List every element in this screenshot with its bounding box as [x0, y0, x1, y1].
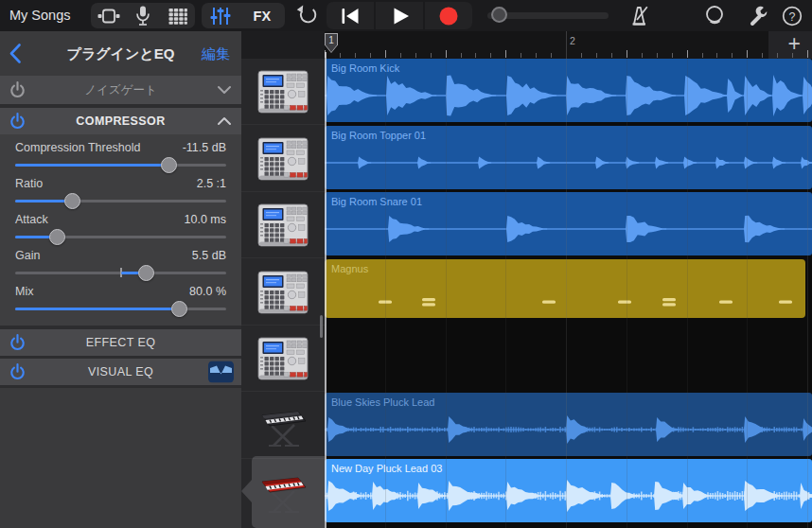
param-label: Compression Threshold [15, 141, 140, 154]
timeline-ruler[interactable]: 2 + [325, 31, 812, 59]
top-toolbar: My Songs [0, 0, 812, 31]
track-list-scrollbar[interactable] [320, 315, 323, 338]
master-volume-slider[interactable] [487, 12, 609, 19]
param-value: -11.5 dB [183, 141, 226, 154]
row-separator [241, 124, 325, 125]
region-new-day-pluck-lead-03[interactable]: New Day Pluck Lead 03 [325, 459, 812, 522]
record-button[interactable] [425, 2, 472, 29]
slider-knob[interactable] [49, 229, 65, 245]
power-icon [9, 81, 26, 99]
plugin-power-button[interactable] [9, 81, 26, 99]
fx-label: FX [253, 9, 271, 24]
track-header-2[interactable] [241, 126, 325, 192]
ruler-tick [340, 53, 341, 58]
plugin-power-button[interactable] [9, 113, 26, 131]
undo-button[interactable] [293, 3, 320, 28]
track-controls-button[interactable] [202, 3, 239, 28]
plugin-row-visual-eq[interactable]: VISUAL EQ [0, 359, 241, 385]
track-header-1[interactable] [241, 59, 325, 125]
track-header-5[interactable] [241, 326, 325, 392]
track-header-3[interactable] [241, 192, 325, 258]
region-blue-skies-pluck-lead[interactable]: Blue Skies Pluck Lead [325, 393, 812, 456]
skip-to-start-button[interactable] [327, 2, 374, 29]
param-slider[interactable] [15, 192, 226, 210]
power-icon [9, 334, 26, 352]
ruler-tick [611, 53, 612, 58]
ruler-tick [370, 53, 371, 58]
loop-browser-button[interactable] [700, 3, 729, 28]
metronome-button[interactable] [625, 3, 653, 28]
track-header-7[interactable] [241, 459, 325, 525]
plugin-expand-button[interactable] [218, 86, 231, 95]
track-header-4[interactable] [241, 259, 325, 326]
row-separator [241, 325, 325, 326]
playhead-line[interactable] [325, 52, 327, 528]
ruler-tick [762, 53, 763, 58]
param-slider[interactable] [15, 264, 226, 282]
grid-shade-line [505, 59, 506, 528]
region-big-room-snare-01[interactable]: Big Room Snare 01 [325, 192, 812, 255]
plugin-expand-button[interactable] [218, 117, 231, 126]
ruler-tick [807, 50, 808, 58]
grid-shade-line [627, 59, 627, 528]
slider-knob[interactable] [64, 193, 80, 209]
param-slider[interactable] [15, 300, 226, 318]
play-icon [387, 4, 412, 28]
param-slider[interactable] [15, 156, 226, 174]
ruler-tick [732, 53, 733, 58]
slider-knob[interactable] [161, 157, 177, 173]
tracks-view-icon [97, 4, 121, 28]
row-separator [241, 257, 325, 258]
param-value: 80.0 % [189, 285, 226, 298]
fx-button[interactable]: FX [239, 3, 285, 28]
volume-slider-knob[interactable] [491, 7, 507, 23]
settings-button[interactable] [744, 3, 772, 28]
ruler-tick [461, 53, 462, 58]
param-value: 10.0 ms [185, 213, 226, 226]
eq-curve-icon [208, 361, 234, 383]
slider-fill [15, 308, 180, 310]
record-audio-button[interactable] [126, 3, 160, 28]
slider-knob[interactable] [138, 265, 154, 281]
param-attack: Attack 10.0 ms [15, 210, 226, 246]
svg-text:?: ? [789, 9, 796, 23]
plugin-power-button[interactable] [9, 363, 26, 381]
edit-button[interactable]: 編集 [202, 31, 230, 76]
region-name: Magnus [331, 263, 368, 274]
drum-machine-icon [256, 334, 310, 383]
row-separator [241, 391, 325, 392]
plugin-row-compressor[interactable]: COMPRESSOR [0, 108, 241, 134]
ruler-tick [687, 50, 688, 58]
play-button[interactable] [376, 2, 423, 29]
drum-machine-icon [256, 201, 310, 250]
tracks-view-button[interactable] [91, 3, 126, 28]
region-name: New Day Pluck Lead 03 [331, 463, 442, 474]
grid-shade-line [446, 59, 447, 528]
live-loops-button[interactable] [160, 3, 195, 28]
visual-eq-button[interactable] [208, 361, 234, 383]
track-area: 2 + 1 Big Room KickBig Room Topper 01Big… [325, 31, 812, 528]
ruler-tick [385, 50, 386, 58]
help-button[interactable]: ? [778, 3, 806, 28]
track-lane-6: Blue Skies Pluck Lead [325, 393, 812, 456]
param-label: Attack [15, 213, 48, 226]
track-header-6[interactable] [241, 393, 325, 459]
bar-2-label: 2 [570, 35, 575, 46]
region-magnus[interactable]: Magnus [325, 259, 805, 318]
region-big-room-topper-01[interactable]: Big Room Topper 01 [325, 126, 812, 189]
param-slider[interactable] [15, 228, 226, 246]
undo-icon [295, 4, 319, 27]
param-value: 5.5 dB [192, 249, 226, 262]
add-button[interactable]: + [788, 31, 801, 59]
controls-button-group: FX [202, 3, 285, 28]
plugin-row-noise-gate[interactable]: ノイズゲート [0, 76, 241, 104]
ruler-tick [400, 53, 401, 58]
plugin-power-button[interactable] [9, 334, 26, 352]
plugin-row-effect-eq[interactable]: EFFECT EQ [0, 329, 241, 356]
ruler-tick [777, 53, 778, 58]
region-big-room-kick[interactable]: Big Room Kick [325, 59, 812, 122]
slider-knob[interactable] [171, 301, 187, 317]
my-songs-button[interactable]: My Songs [9, 0, 70, 31]
settings-wrench-icon [746, 4, 770, 28]
ruler-tick [672, 53, 673, 58]
